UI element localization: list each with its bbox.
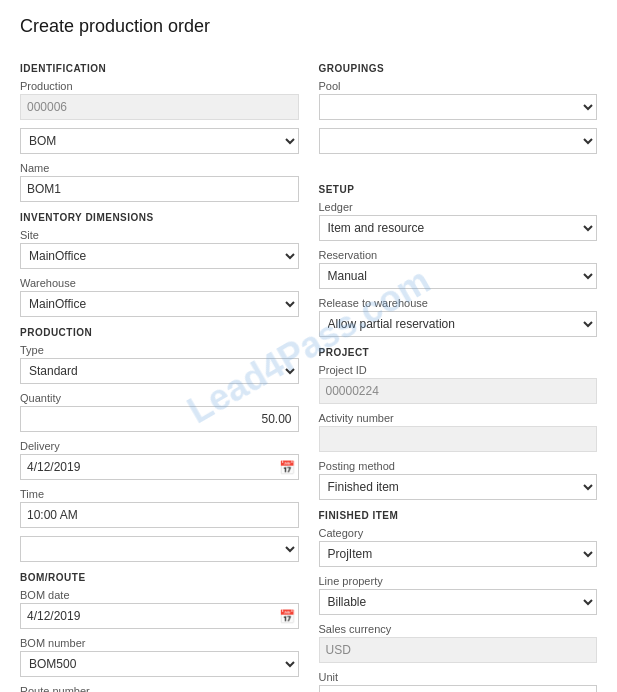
project-id-input[interactable] bbox=[319, 378, 598, 404]
warehouse-label: Warehouse bbox=[20, 277, 299, 289]
quantity-input[interactable] bbox=[20, 406, 299, 432]
production-label: Production bbox=[20, 80, 299, 92]
delivery-field: 📅 bbox=[20, 454, 299, 480]
activity-label: Activity number bbox=[319, 412, 598, 424]
reservation-label: Reservation bbox=[319, 249, 598, 261]
site-label: Site bbox=[20, 229, 299, 241]
inventory-header: INVENTORY DIMENSIONS bbox=[20, 212, 299, 223]
groupings-header: GROUPINGS bbox=[319, 63, 598, 74]
posting-label: Posting method bbox=[319, 460, 598, 472]
identification-header: IDENTIFICATION bbox=[20, 63, 299, 74]
delivery-label: Delivery bbox=[20, 440, 299, 452]
time-label: Time bbox=[20, 488, 299, 500]
reservation-select[interactable]: Manual bbox=[319, 263, 598, 289]
groupings-extra-select[interactable] bbox=[319, 128, 598, 154]
finished-item-header: FINISHED ITEM bbox=[319, 510, 598, 521]
category-select[interactable]: ProjItem bbox=[319, 541, 598, 567]
quantity-label: Quantity bbox=[20, 392, 299, 404]
production-header: PRODUCTION bbox=[20, 327, 299, 338]
type-select[interactable]: Standard bbox=[20, 358, 299, 384]
category-label: Category bbox=[319, 527, 598, 539]
release-label: Release to warehouse bbox=[319, 297, 598, 309]
name-label: Name bbox=[20, 162, 299, 174]
bom-number-select[interactable]: BOM500 bbox=[20, 651, 299, 677]
production-input[interactable] bbox=[20, 94, 299, 120]
bom-number-label: BOM number bbox=[20, 637, 299, 649]
bom-select[interactable]: BOM bbox=[20, 128, 299, 154]
time-input[interactable] bbox=[20, 502, 299, 528]
type-label: Type bbox=[20, 344, 299, 356]
unit-label: Unit bbox=[319, 671, 598, 683]
activity-input[interactable] bbox=[319, 426, 598, 452]
project-id-label: Project ID bbox=[319, 364, 598, 376]
sales-currency-label: Sales currency bbox=[319, 623, 598, 635]
bom-route-header: BOM/ROUTE bbox=[20, 572, 299, 583]
site-select[interactable]: MainOffice bbox=[20, 243, 299, 269]
bom-date-label: BOM date bbox=[20, 589, 299, 601]
ledger-select[interactable]: Item and resource bbox=[319, 215, 598, 241]
ledger-label: Ledger bbox=[319, 201, 598, 213]
line-property-select[interactable]: Billable bbox=[319, 589, 598, 615]
page-title: Create production order bbox=[20, 16, 597, 37]
project-header: PROJECT bbox=[319, 347, 598, 358]
route-number-label: Route number bbox=[20, 685, 299, 692]
unit-select[interactable]: ea bbox=[319, 685, 598, 692]
warehouse-select[interactable]: MainOffice bbox=[20, 291, 299, 317]
delivery-input[interactable] bbox=[20, 454, 299, 480]
release-select[interactable]: Allow partial reservation bbox=[319, 311, 598, 337]
pool-label: Pool bbox=[319, 80, 598, 92]
bom-date-field: 📅 bbox=[20, 603, 299, 629]
setup-header: SETUP bbox=[319, 184, 598, 195]
sales-currency-input[interactable] bbox=[319, 637, 598, 663]
line-property-label: Line property bbox=[319, 575, 598, 587]
bom-date-input[interactable] bbox=[20, 603, 299, 629]
pool-select[interactable] bbox=[319, 94, 598, 120]
name-input[interactable] bbox=[20, 176, 299, 202]
posting-select[interactable]: Finished item bbox=[319, 474, 598, 500]
extra-select[interactable] bbox=[20, 536, 299, 562]
